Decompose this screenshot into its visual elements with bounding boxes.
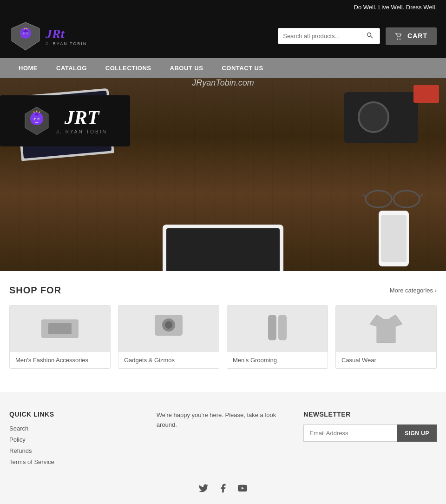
tablet-prop [163,225,283,271]
svg-line-16 [362,194,366,197]
shop-for-header: SHOP FOR More categories › [9,285,437,296]
header: JRt J. RYAN TOBIN CART [0,14,446,58]
svg-point-9 [367,33,371,37]
category-img-1 [118,305,219,352]
svg-point-12 [400,38,400,39]
category-card-3[interactable]: Casual Wear [335,305,437,369]
footer-welcome-col: We're happy you're here. Please, take a … [157,411,290,469]
phone-screen [381,215,407,262]
top-bar: Do Well. Live Well. Dress Well. [0,0,446,14]
svg-point-14 [394,191,420,207]
youtube-icon [237,483,248,493]
quick-links-title: QUICK LINKS [9,411,143,418]
category-label-1: Gadgets & Gizmos [118,352,219,368]
logo-area[interactable]: JRt J. RYAN TOBIN [9,20,87,53]
social-row [9,483,437,496]
svg-rect-36 [231,305,324,352]
cart-label: CART [407,32,427,40]
main-nav: HOME CATALOG COLLECTIONS ABOUT US CONTAC… [0,58,446,78]
hero-lion-icon [23,105,51,137]
list-item: Refunds [9,447,143,454]
category-label-2: Men's Grooming [227,352,328,368]
twitter-icon [198,483,209,493]
twitter-link[interactable] [198,483,209,496]
category-img-2 [227,305,328,352]
footer-top: QUICK LINKS Search Policy Refunds Terms … [9,411,437,469]
tagline: Do Well. Live Well. Dress Well. [354,4,437,11]
category-label-0: Men's Fashion Accessories [10,352,110,368]
footer-quick-links-col: QUICK LINKS Search Policy Refunds Terms … [9,411,143,469]
hero-brand-text: JRT J. RYAN TOBIN [56,108,107,134]
footer: QUICK LINKS Search Policy Refunds Terms … [0,392,446,504]
phone-prop [379,211,409,266]
nav-catalog[interactable]: CATALOG [47,58,96,78]
svg-rect-38 [278,315,287,340]
footer-newsletter-col: NEWSLETTER SIGN UP [303,411,437,469]
footer-links-list: Search Policy Refunds Terms of Service [9,424,143,465]
tablet-screen [166,228,280,271]
facebook-link[interactable] [218,483,228,496]
category-label-3: Casual Wear [336,352,436,368]
svg-rect-37 [268,315,276,340]
footer-search-link[interactable]: Search [9,425,28,432]
category-card-1[interactable]: Gadgets & Gizmos [118,305,219,369]
list-item: Terms of Service [9,458,143,465]
newsletter-title: NEWSLETTER [303,411,437,418]
search-icon [367,32,373,39]
footer-policy-link[interactable]: Policy [9,436,26,443]
svg-point-13 [366,191,392,207]
logo-text: JRt J. RYAN TOBIN [46,27,87,46]
welcome-text: We're happy you're here. Please, take a … [157,411,290,430]
cart-icon [395,33,402,40]
shop-for-section: SHOP FOR More categories › Men's Fashion… [0,271,446,383]
youtube-link[interactable] [237,483,248,496]
svg-rect-31 [48,323,72,334]
more-categories-link[interactable]: More categories › [390,287,437,294]
hero-banner: JRyanTobin.com JRT [0,78,446,271]
search-input[interactable] [278,29,362,43]
svg-point-28 [31,118,43,125]
svg-point-8 [20,32,31,39]
svg-line-17 [420,194,423,197]
hero-url: JRyanTobin.com [0,78,446,88]
category-card-0[interactable]: Men's Fashion Accessories [9,305,111,369]
nav-home[interactable]: HOME [9,58,47,78]
glasses-prop [362,187,423,211]
nav-collections[interactable]: COLLECTIONS [96,58,161,78]
categories-grid: Men's Fashion Accessories Gadgets & Gizm… [9,305,437,369]
email-input[interactable] [303,424,397,442]
list-item: Policy [9,436,143,443]
search-bar[interactable] [278,28,380,44]
category-img-0 [10,305,110,352]
nav-contact[interactable]: CONTACT US [212,58,272,78]
footer-terms-link[interactable]: Terms of Service [9,458,54,465]
nav-about[interactable]: ABOUT US [161,58,213,78]
signup-button[interactable]: SIGN UP [397,424,437,442]
search-button[interactable] [362,28,378,44]
facebook-icon [218,483,228,493]
hero-logo-card: JRT J. RYAN TOBIN [0,95,130,146]
svg-point-11 [397,38,398,39]
header-right: CART [278,27,437,45]
footer-refunds-link[interactable]: Refunds [9,447,32,454]
category-card-2[interactable]: Men's Grooming [227,305,328,369]
email-form: SIGN UP [303,424,437,442]
svg-point-35 [165,321,172,329]
svg-line-10 [371,36,373,39]
category-img-3 [336,305,436,352]
logo-icon [9,20,42,53]
shop-for-title: SHOP FOR [9,285,61,296]
cart-button[interactable]: CART [386,27,437,45]
list-item: Search [9,424,143,432]
